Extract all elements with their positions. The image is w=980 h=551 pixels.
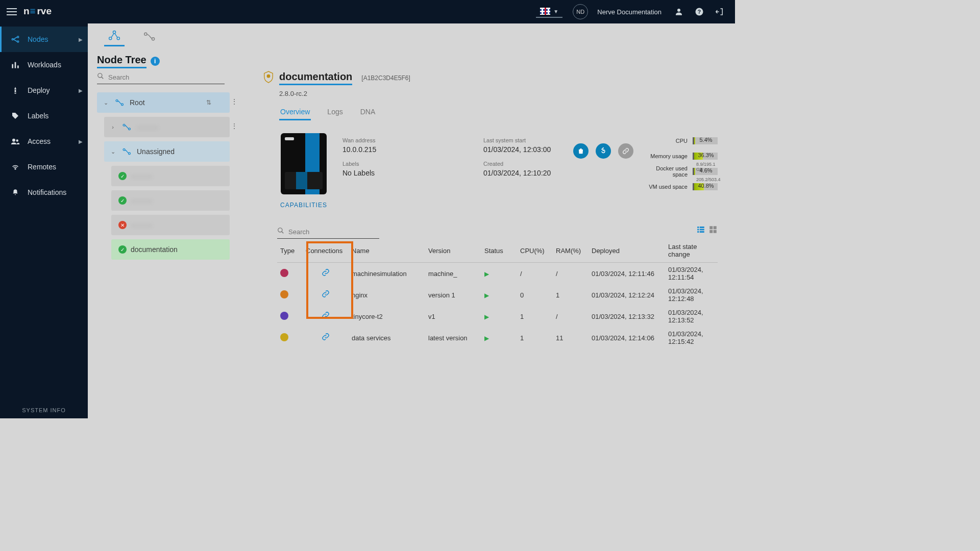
language-selector[interactable]: ▼ bbox=[536, 6, 562, 18]
col-connections[interactable]: Connections bbox=[303, 239, 349, 263]
svg-point-6 bbox=[12, 39, 13, 40]
restart-button[interactable] bbox=[596, 143, 611, 159]
tree-group[interactable]: › ——— ⋮ bbox=[104, 117, 230, 137]
view-list-button[interactable] bbox=[696, 225, 705, 234]
shield-icon bbox=[263, 70, 274, 86]
chevron-right-icon: ▶ bbox=[79, 139, 83, 144]
cell-version: latest version bbox=[425, 327, 481, 348]
workloads-table: Type Connections Name Version Status CPU… bbox=[277, 239, 718, 348]
col-changed[interactable]: Last state change bbox=[665, 239, 718, 263]
cell-cpu: 1 bbox=[517, 327, 553, 348]
info-icon[interactable]: i bbox=[151, 57, 160, 66]
tree-node-active[interactable]: ✓ documentation bbox=[111, 239, 230, 260]
tab-list-view[interactable] bbox=[140, 30, 160, 46]
view-grid-button[interactable] bbox=[708, 225, 718, 234]
cell-ram: 1 bbox=[553, 284, 589, 306]
tree-node[interactable]: ✓ ——— bbox=[111, 166, 230, 186]
svg-point-23 bbox=[123, 124, 125, 126]
tree-root[interactable]: ⌄ Root ⇅ ⋮ bbox=[97, 92, 230, 113]
col-type[interactable]: Type bbox=[277, 239, 303, 263]
chevron-right-icon: ▶ bbox=[79, 37, 83, 42]
sidebar-item-access[interactable]: Access ▶ bbox=[0, 129, 88, 154]
sidebar-item-deploy[interactable]: Deploy ▶ bbox=[0, 78, 88, 103]
kebab-icon[interactable]: ⋮ bbox=[231, 97, 238, 106]
kebab-icon[interactable]: ⋮ bbox=[231, 122, 238, 130]
sidebar-item-labels[interactable]: Labels bbox=[0, 103, 88, 129]
tree-unassigned[interactable]: ⌄ Unassigned bbox=[104, 141, 230, 162]
tree-node[interactable]: ✕ ——— bbox=[111, 215, 230, 235]
col-version[interactable]: Version bbox=[425, 239, 481, 263]
cell-cpu: 0 bbox=[517, 284, 553, 306]
cell-name: tinycore-t2 bbox=[349, 306, 425, 327]
expand-toggle[interactable]: ⌄ bbox=[97, 99, 114, 106]
cell-ram: 11 bbox=[553, 327, 589, 348]
avatar[interactable]: ND bbox=[573, 4, 588, 19]
table-row[interactable]: tinycore-t2v1▶1/01/03/2024, 12:13:3201/0… bbox=[277, 306, 718, 327]
hamburger-icon bbox=[7, 8, 17, 15]
tree-search-input[interactable] bbox=[108, 73, 225, 81]
connection-link-icon[interactable] bbox=[322, 312, 330, 321]
svg-text:?: ? bbox=[698, 9, 701, 15]
sidebar-item-remotes[interactable]: Remotes bbox=[0, 154, 88, 180]
tree-root-label: Root bbox=[130, 98, 145, 107]
cell-deployed: 01/03/2024, 12:13:32 bbox=[589, 306, 665, 327]
link-button[interactable] bbox=[618, 143, 633, 159]
col-status[interactable]: Status bbox=[481, 239, 517, 263]
delete-button[interactable] bbox=[573, 143, 589, 159]
table-row[interactable]: nginxversion 1▶0101/03/2024, 12:12:2401/… bbox=[277, 284, 718, 306]
help-button[interactable]: ? bbox=[692, 5, 706, 19]
connection-link-icon[interactable] bbox=[322, 291, 330, 299]
page-title-text: Node Tree bbox=[97, 54, 146, 68]
help-icon: ? bbox=[695, 7, 704, 16]
cell-ram: / bbox=[553, 306, 589, 327]
logout-button[interactable] bbox=[713, 5, 727, 19]
sidebar-item-workloads[interactable]: Workloads bbox=[0, 52, 88, 78]
sidebar-item-notifications[interactable]: Notifications bbox=[0, 180, 88, 205]
access-icon bbox=[10, 136, 20, 146]
sidebar-item-label: Deploy bbox=[28, 86, 50, 94]
table-row[interactable]: data serviceslatest version▶11101/03/202… bbox=[277, 327, 718, 348]
table-row[interactable]: machinesimulationmachine_▶//01/03/2024, … bbox=[277, 263, 718, 285]
start-value: 01/03/2024, 12:03:00 bbox=[483, 145, 565, 154]
expand-toggle[interactable]: ⌄ bbox=[104, 148, 121, 155]
topbar: n≡rve ▼ ND Nerve Documentation ? bbox=[0, 0, 735, 23]
logo[interactable]: n≡rve bbox=[23, 0, 68, 23]
connection-link-icon[interactable] bbox=[322, 334, 330, 342]
expand-toggle[interactable]: › bbox=[104, 124, 121, 130]
sidebar-item-label: Notifications bbox=[28, 188, 66, 196]
workload-search[interactable] bbox=[277, 227, 379, 239]
running-icon: ▶ bbox=[484, 313, 489, 320]
tab-logs[interactable]: Logs bbox=[326, 105, 344, 120]
menu-toggle[interactable] bbox=[0, 0, 23, 23]
system-info-link[interactable]: SYSTEM INFO bbox=[0, 407, 88, 413]
profile-button[interactable] bbox=[672, 5, 686, 19]
cell-status: ▶ bbox=[481, 306, 517, 327]
sidebar-item-label: Workloads bbox=[28, 61, 61, 69]
connection-link-icon[interactable] bbox=[322, 269, 330, 278]
col-cpu[interactable]: CPU(%) bbox=[517, 239, 553, 263]
cell-version: version 1 bbox=[425, 284, 481, 306]
capabilities-link[interactable]: CAPABILITIES bbox=[280, 202, 327, 209]
tab-overview[interactable]: Overview bbox=[279, 105, 311, 120]
labels-label: Labels bbox=[342, 161, 475, 167]
col-name[interactable]: Name bbox=[349, 239, 425, 263]
node-name: documentation bbox=[279, 71, 352, 85]
nodes-icon bbox=[10, 34, 20, 44]
sidebar-item-nodes[interactable]: Nodes ▶ bbox=[0, 27, 88, 52]
workload-search-input[interactable] bbox=[288, 228, 374, 236]
svg-point-21 bbox=[116, 99, 118, 102]
cell-name: nginx bbox=[349, 284, 425, 306]
page-title: Node Tree i bbox=[97, 54, 243, 68]
svg-point-20 bbox=[98, 73, 102, 78]
tree-search[interactable] bbox=[97, 72, 225, 84]
tree-node[interactable]: ✓ ——— bbox=[111, 190, 230, 211]
tab-dna[interactable]: DNA bbox=[359, 105, 377, 120]
tree-group-label: ——— bbox=[137, 123, 158, 131]
col-ram[interactable]: RAM(%) bbox=[553, 239, 589, 263]
sort-icon[interactable]: ⇅ bbox=[206, 99, 211, 106]
svg-rect-37 bbox=[709, 230, 713, 233]
tab-tree-view[interactable] bbox=[104, 30, 125, 46]
link-icon bbox=[622, 147, 629, 155]
col-deployed[interactable]: Deployed bbox=[589, 239, 665, 263]
table-header-row: Type Connections Name Version Status CPU… bbox=[277, 239, 718, 263]
